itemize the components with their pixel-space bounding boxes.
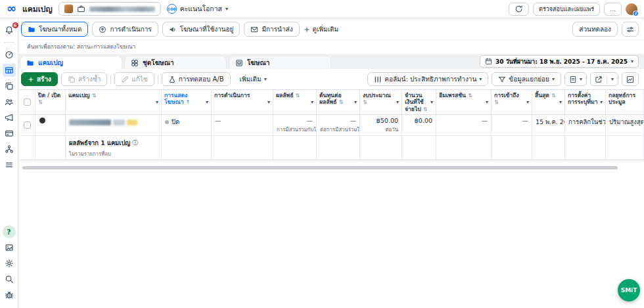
column-filter-caret-icon[interactable]: ▾ bbox=[267, 100, 270, 105]
column-filter-caret-icon[interactable]: ▾ bbox=[526, 100, 529, 105]
reports-button[interactable]: ▾ bbox=[564, 72, 587, 86]
sort-icon: ⇅ bbox=[38, 99, 43, 105]
presets-button[interactable]: ส่วนทดลอง bbox=[572, 22, 618, 37]
column-filter-caret-icon[interactable]: ▾ bbox=[600, 100, 603, 105]
sidebar-item-settings-gear-icon[interactable] bbox=[3, 257, 16, 270]
tab-ชุดโฆษณา[interactable]: ชุดโฆษณา bbox=[124, 56, 227, 69]
column-filter-caret-icon[interactable]: ▾ bbox=[430, 100, 433, 105]
column-filter-caret-icon[interactable]: ▾ bbox=[396, 100, 399, 105]
filter-tab[interactable]: โฆษณาที่ใช้งานอยู่ bbox=[162, 22, 241, 37]
chevron-down-icon: ▾ bbox=[611, 77, 614, 82]
sidebar-item-pages-icon[interactable] bbox=[3, 79, 16, 93]
columns-menu-button[interactable]: คอลัมน์: ประสิทธิภาพการทำงาน ▾ bbox=[367, 72, 488, 86]
filter-search-input[interactable]: ค้นหาเพื่อกรองตาม: สถานะการแสดงโฆษณา bbox=[18, 40, 644, 54]
sidebar-item-gauge-icon[interactable] bbox=[3, 48, 16, 61]
table-row[interactable]: ปิด——การมีส่วนร่วมกับโพสต์—ต่อการมีส่วนร… bbox=[20, 115, 644, 136]
column-header[interactable]: ปิด / เปิด ⇅ bbox=[35, 90, 66, 114]
sidebar-item-search-icon[interactable] bbox=[3, 273, 16, 286]
sidebar-item-bell-icon[interactable]: 6 bbox=[3, 24, 16, 37]
sort-icon: ⇅ bbox=[551, 93, 556, 99]
column-filter-caret-icon[interactable]: ▾ bbox=[206, 100, 208, 105]
opportunity-score[interactable]: 100 คะแนนโอกาส ▾ bbox=[167, 3, 228, 14]
create-button[interactable]: สร้าง bbox=[21, 72, 58, 86]
column-filter-caret-icon[interactable]: ▾ bbox=[486, 100, 488, 105]
charts-button[interactable] bbox=[622, 72, 639, 86]
more-options-button[interactable]: … bbox=[604, 3, 622, 16]
select-all-cell bbox=[20, 90, 35, 114]
edit-button[interactable]: แก้ไข bbox=[114, 72, 154, 86]
column-header[interactable]: การเข้าถึง ⇅▾ bbox=[492, 90, 532, 114]
column-filter-caret-icon[interactable]: ▾ bbox=[156, 100, 158, 105]
metric-cell: — bbox=[212, 115, 273, 135]
duplicate-icon bbox=[68, 76, 76, 83]
sidebar-item-media-icon[interactable] bbox=[3, 241, 16, 254]
sidebar-item-org-chart-icon[interactable] bbox=[3, 143, 16, 156]
column-header[interactable]: การดำเนินการ▾ bbox=[212, 90, 273, 114]
column-header[interactable]: กลยุทธ์การประมูล bbox=[606, 90, 644, 114]
filter-settings-button[interactable] bbox=[622, 22, 639, 37]
column-header[interactable]: งบประมาณ ⇅▾ bbox=[360, 90, 402, 114]
metric-cell: — bbox=[492, 115, 532, 135]
chat-widget-button[interactable]: SMiT bbox=[618, 279, 640, 301]
metric-cell: ฿50.00ต่อวัน bbox=[360, 115, 402, 135]
sidebar-item-megaphone-icon[interactable] bbox=[3, 111, 16, 124]
ads-manager-app: ∞ แคมเปญ 100 คะแนนโอกาส ▾ ตรวจสอบและเผยแ… bbox=[0, 0, 644, 308]
summary-cell: ผลลัพธ์จาก 1 แคมเปญ ⓘไม่รวมรายการที่ลบ bbox=[66, 136, 162, 160]
column-filter-caret-icon[interactable]: ▾ bbox=[311, 100, 313, 105]
level-tabs-row: แคมเปญชุดโฆษณาโฆษณา 30 วันที่ผ่านมา: 18 … bbox=[18, 54, 644, 69]
filter-tab[interactable]: มีการนำส่ง bbox=[244, 22, 299, 37]
sort-icon: ↑ bbox=[185, 99, 190, 105]
table-header-row: ปิด / เปิด ⇅แคมเปญ ⇅▾การแสดงโฆษณา ↑▾การด… bbox=[20, 89, 644, 115]
sidebar-item-billing-icon[interactable] bbox=[3, 127, 16, 140]
column-header[interactable]: แคมเปญ ⇅▾ bbox=[66, 90, 162, 114]
tab-โฆษณา[interactable]: โฆษณา bbox=[229, 56, 331, 69]
campaign-name-cell[interactable] bbox=[66, 115, 162, 135]
profile-avatar[interactable]: f bbox=[626, 3, 637, 15]
sidebar-item-audiences-icon[interactable] bbox=[3, 95, 16, 108]
tab-แคมเปญ[interactable]: แคมเปญ bbox=[20, 56, 122, 69]
filter-tab[interactable]: โฆษณาทั้งหมด bbox=[21, 22, 88, 37]
select-all-checkbox[interactable] bbox=[24, 99, 31, 106]
chevron-down-icon: ▾ bbox=[580, 77, 582, 82]
column-header[interactable]: การแสดงโฆษณา ↑▾ bbox=[162, 90, 212, 114]
delivery-cell: ปิด bbox=[162, 115, 212, 135]
metric-cell: — bbox=[436, 115, 492, 135]
column-header[interactable]: ผลลัพธ์ ⇅▾ bbox=[273, 90, 317, 114]
more-actions-button[interactable]: เพิ่มเติม ▾ bbox=[234, 72, 273, 86]
horizontal-scrollbar[interactable] bbox=[22, 166, 618, 169]
metric-cell: 15 พ.ค. 2025 bbox=[532, 115, 565, 135]
chevron-down-icon: ▾ bbox=[552, 77, 555, 82]
export-button[interactable]: ▾ bbox=[590, 72, 618, 86]
column-header[interactable]: สิ้นสุด ⇅▾ bbox=[532, 90, 565, 114]
topbar-actions: ตรวจสอบและเผยแพร่ … f bbox=[509, 3, 637, 16]
sort-icon: ⇅ bbox=[338, 99, 343, 105]
funnel-icon bbox=[498, 76, 506, 83]
column-header[interactable]: ต้นทุนต่อผลลัพธ์ ⇅▾ bbox=[317, 90, 360, 114]
column-header[interactable]: จำนวนเงินที่ใช้จ่ายไป ⇅▾ bbox=[402, 90, 436, 114]
filter-tab[interactable]: การดำเนินการ bbox=[92, 22, 158, 37]
see-more-filters-button[interactable]: ดูเพิ่มเติม bbox=[304, 24, 339, 34]
page-title: แคมเปญ bbox=[22, 3, 53, 15]
review-publish-button[interactable]: ตรวจสอบและเผยแพร่ bbox=[533, 3, 600, 16]
ab-test-button[interactable]: การทดสอบ A/B bbox=[162, 72, 231, 86]
sidebar-item-campaigns-table-icon[interactable] bbox=[3, 64, 16, 77]
info-icon[interactable]: ⓘ bbox=[132, 139, 138, 147]
sidebar-item-menu-icon[interactable] bbox=[3, 158, 16, 171]
arrow-up-circle-icon bbox=[99, 26, 106, 33]
sidebar-item-bug-icon[interactable] bbox=[3, 288, 16, 301]
sidebar-item-help-icon[interactable]: ? bbox=[3, 225, 16, 238]
refresh-button[interactable] bbox=[509, 3, 529, 16]
breakdown-menu-button[interactable]: ข้อมูลแยกย่อย ▾ bbox=[492, 72, 561, 86]
metric-cell: การคลิกในช่วง ... bbox=[565, 115, 606, 135]
date-range-picker[interactable]: 30 วันที่ผ่านมา: 18 พ.ย. 2025 - 17 ธ.ค. … bbox=[480, 55, 639, 68]
metric-cell: ปริมาณสูงสุด bbox=[606, 115, 644, 135]
column-header[interactable]: อิมเพรสชัน ⇅▾ bbox=[436, 90, 492, 114]
column-filter-caret-icon[interactable]: ▾ bbox=[354, 100, 357, 105]
column-filter-caret-icon[interactable]: ▾ bbox=[559, 100, 562, 105]
calendar-icon bbox=[485, 58, 492, 65]
speaker-icon bbox=[169, 26, 177, 33]
row-checkbox[interactable] bbox=[24, 121, 31, 129]
account-selector[interactable] bbox=[58, 2, 161, 16]
duplicate-button[interactable]: สร้างซ้ำ bbox=[61, 72, 107, 86]
column-header[interactable]: การตั้งค่าการระบุที่มา▾ bbox=[565, 90, 606, 114]
